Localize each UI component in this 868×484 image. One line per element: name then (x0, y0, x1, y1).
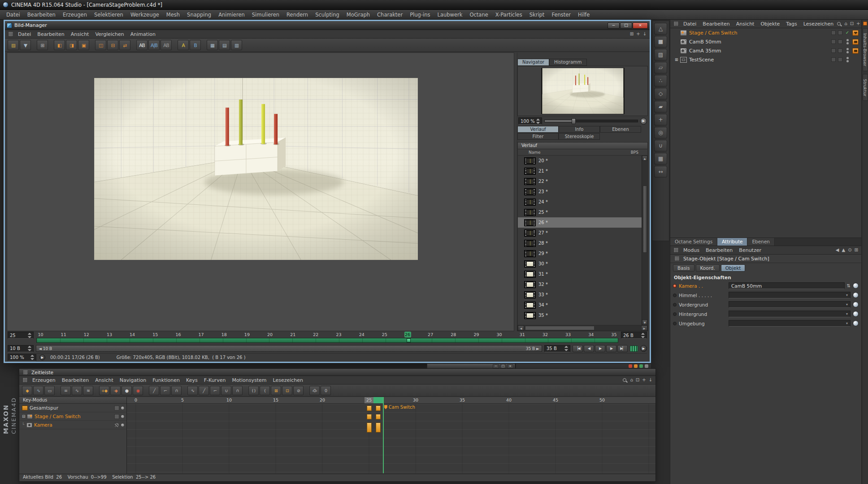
maximize-button[interactable]: □ (620, 22, 632, 29)
scroll-up-icon[interactable]: ▲ (642, 156, 647, 161)
undock-icon[interactable]: ↓ (649, 378, 652, 382)
settings-grid-icon[interactable]: ⊞ (855, 248, 858, 252)
track-state-icon[interactable] (121, 423, 125, 427)
om-menu-lesezeichen[interactable]: Lesezeichen (800, 21, 837, 27)
hscrollbar-thumb[interactable] (525, 326, 595, 330)
minimize-button[interactable]: − (493, 364, 499, 368)
track-stage-cam-switch[interactable]: ⊟Stage / Cam Switch (19, 412, 126, 421)
object-cama-35mm[interactable]: CamA 35mm (670, 46, 861, 55)
pin-icon[interactable]: ▲ (842, 248, 846, 252)
am-section-objekt[interactable]: Objekt (721, 264, 746, 272)
search-icon[interactable] (837, 22, 842, 26)
am-section-basis[interactable]: Basis (673, 264, 694, 272)
zoom-slider[interactable] (544, 120, 638, 122)
tl-menu-f-kurven[interactable]: F-Kurven (201, 377, 229, 383)
close-button[interactable]: × (633, 22, 648, 29)
menu-hilfe[interactable]: Hilfe (574, 12, 593, 18)
keyframe-25[interactable] (367, 414, 372, 419)
tangent-linear-icon[interactable]: ╱ (199, 386, 209, 395)
key-mode-icon[interactable]: ◆ (22, 386, 32, 395)
frame-all-icon[interactable]: ⊡ (636, 378, 639, 382)
layer-toggle[interactable] (838, 39, 842, 44)
menu-mograph[interactable]: MoGraph (343, 12, 373, 18)
layer-toggle[interactable] (831, 57, 836, 62)
animation-dot-icon[interactable] (673, 284, 677, 288)
om-menu-objekte[interactable]: Objekte (757, 21, 783, 27)
tl-menu-motionsystem[interactable]: Motionsystem (229, 377, 269, 383)
om-menu-datei[interactable]: Datei (680, 21, 699, 27)
menu-skript[interactable]: Skript (526, 12, 548, 18)
pm-menu-vergleichen[interactable]: Vergleichen (92, 31, 127, 37)
pm-menu-ansicht[interactable]: Ansicht (68, 31, 92, 37)
expander-icon[interactable]: ⊞ (675, 57, 680, 62)
step-interpolation-icon[interactable]: ⌐ (160, 386, 170, 395)
cycle-arrows-icon[interactable]: ⇅ (847, 283, 851, 288)
animation-dot-icon[interactable] (673, 312, 677, 316)
keyframe-26[interactable] (376, 414, 381, 419)
menu-bearbeiten[interactable]: Bearbeiten (24, 12, 59, 18)
frame-range-bar[interactable] (36, 338, 618, 343)
lock-time-icon[interactable]: ⊠ (271, 386, 281, 395)
workplane-mode-icon[interactable]: ▱ (654, 62, 667, 73)
menu-werkzeuge[interactable]: Werkzeuge (127, 12, 163, 18)
range-scrollbar[interactable]: ◄ 10 B 35 B ► (36, 345, 542, 352)
pm-tab-stereoskopie[interactable]: Stereoskopie (559, 133, 600, 140)
keyframe-25[interactable] (367, 423, 372, 432)
menu-erzeugen[interactable]: Erzeugen (59, 12, 91, 18)
menu-laubwerk[interactable]: Laubwerk (434, 12, 466, 18)
history-hscrollbar[interactable]: ◀ ▶ (517, 325, 648, 331)
keyframe-26[interactable] (376, 423, 381, 432)
range-start-field[interactable]: 10 B (8, 345, 34, 352)
play-options-button[interactable]: ▶ (640, 345, 647, 352)
history-row-34[interactable]: 34 * (518, 300, 642, 310)
compare-sweep-icon[interactable]: ◨ (66, 40, 77, 50)
history-row-31[interactable]: 31 * (518, 269, 642, 279)
menu-x-particles[interactable]: X-Particles (492, 12, 526, 18)
menu-octane[interactable]: Octane (466, 12, 491, 18)
scroll-down-icon[interactable]: ▼ (642, 320, 647, 325)
play-icon[interactable]: ▶ (595, 345, 605, 352)
minimize-button[interactable]: − (608, 22, 620, 29)
navigator-thumbnail[interactable] (541, 68, 625, 114)
history-row-29[interactable]: 29 * (518, 248, 642, 259)
track-toggle[interactable] (114, 414, 119, 419)
panel-grip-icon[interactable] (674, 22, 678, 26)
curve-view-icon[interactable]: ∿ (72, 386, 82, 395)
tangent-ease-out-icon[interactable]: ∩ (232, 386, 243, 395)
navigator-options-button[interactable]: ▶ (640, 118, 647, 125)
history-row-33[interactable]: 33 * (518, 290, 642, 300)
tl-menu-bearbeiten[interactable]: Bearbeiten (59, 377, 92, 383)
search-icon[interactable] (622, 378, 627, 383)
track-state-icon[interactable] (121, 406, 125, 410)
pm-tab-ebenen[interactable]: Ebenen (600, 126, 641, 133)
current-frame-field[interactable]: 26 B (621, 332, 647, 339)
field-value[interactable]: ▾ (729, 311, 851, 317)
visibility-dots-icon[interactable] (846, 48, 849, 53)
om-menu-bearbeiten[interactable]: Bearbeiten (699, 21, 733, 27)
pm-tab-navigator[interactable]: Navigator (517, 59, 549, 66)
layout-table-icon[interactable]: ▦ (207, 40, 218, 50)
layer-toggle[interactable] (838, 57, 842, 62)
next-frame-icon[interactable]: ▶ (606, 345, 616, 352)
am-tab-ebenen[interactable]: Ebenen (747, 238, 775, 246)
scrollbar-thumb[interactable] (643, 186, 647, 253)
add-keyframe-icon[interactable]: +◆ (99, 386, 109, 395)
frame-start-field[interactable]: 25 (8, 332, 34, 339)
layout-rows-icon[interactable]: ▤ (219, 40, 230, 50)
field-value[interactable]: CamB 50mm (729, 282, 845, 289)
maximize-button[interactable]: □ (500, 364, 506, 368)
motion-mode-icon[interactable]: ▭ (44, 386, 55, 395)
camera-tag-icon[interactable] (852, 39, 859, 45)
tangent-auto-icon[interactable]: ∿ (187, 386, 198, 395)
menu-sculpting[interactable]: Sculpting (312, 12, 343, 18)
dock-tab-struktur[interactable]: Struktur (863, 74, 868, 101)
menu-charakter[interactable]: Charakter (373, 12, 406, 18)
lock-value-icon[interactable]: ⊡ (282, 386, 292, 395)
status-play-icon[interactable]: ▶ (39, 354, 45, 360)
zero-angle-icon[interactable]: ‹0› (309, 386, 320, 395)
om-menu-ansicht[interactable]: Ansicht (733, 21, 758, 27)
am-menu-bearbeiten[interactable]: Bearbeiten (703, 247, 736, 253)
move-panel-icon[interactable]: + (636, 32, 640, 36)
visibility-dots-icon[interactable] (846, 57, 849, 62)
animation-dot-icon[interactable] (673, 294, 677, 297)
